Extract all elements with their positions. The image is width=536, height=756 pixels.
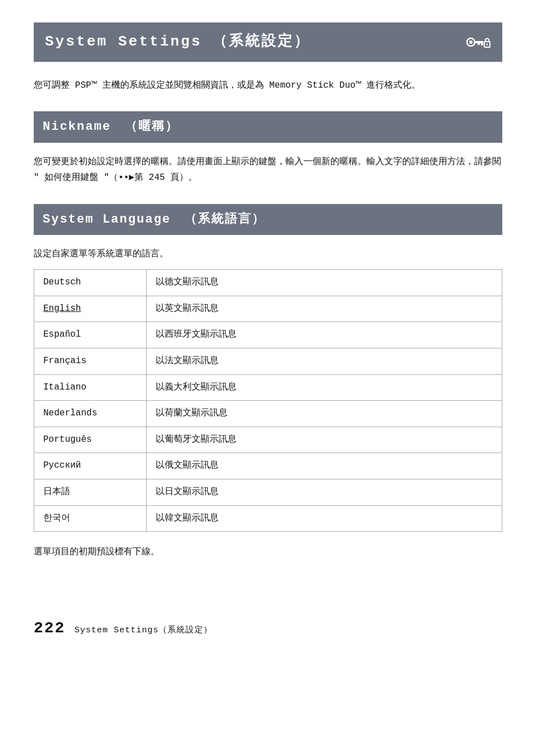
language-description: 以韓文顯示訊息 (147, 505, 502, 532)
language-name: 日本語 (34, 479, 147, 505)
language-section-header: System Language （系統語言） (34, 204, 502, 235)
nickname-section-header: Nickname （暱稱） (34, 111, 502, 142)
language-table-row: Русский以俄文顯示訊息 (34, 453, 502, 479)
language-subtitle: 設定自家選單等系統選單的語言。 (34, 246, 502, 262)
language-description: 以英文顯示訊息 (147, 296, 502, 322)
svg-rect-2 (474, 41, 483, 43)
page-title: System Settings （系統設定） (45, 30, 310, 54)
language-description: 以西班牙文顯示訊息 (147, 322, 502, 348)
language-description: 以法文顯示訊息 (147, 348, 502, 374)
language-description: 以俄文顯示訊息 (147, 453, 502, 479)
language-table-row: Português以葡萄牙文顯示訊息 (34, 427, 502, 453)
language-table-row: Français以法文顯示訊息 (34, 348, 502, 374)
svg-point-1 (469, 40, 473, 44)
header-icon-area (466, 34, 491, 51)
language-description: 以荷蘭文顯示訊息 (147, 401, 502, 427)
language-name: English (34, 296, 147, 322)
language-description: 以日文顯示訊息 (147, 479, 502, 505)
language-title: System Language （系統語言） (43, 212, 265, 227)
language-name: Français (34, 348, 147, 374)
language-name: Русский (34, 453, 147, 479)
language-table-row: English以英文顯示訊息 (34, 296, 502, 322)
nickname-section-text: 您可變更於初始設定時選擇的暱稱。請使用畫面上顯示的鍵盤，輸入一個新的暱稱。輸入文… (34, 154, 502, 187)
page-footer: 222 System Settings（系統設定） (34, 594, 502, 641)
svg-rect-4 (478, 43, 480, 45)
language-table: Deutsch以德文顯示訊息English以英文顯示訊息Español以西班牙文… (34, 269, 502, 532)
language-table-row: Español以西班牙文顯示訊息 (34, 322, 502, 348)
page-footer-label: System Settings（系統設定） (74, 624, 212, 637)
language-table-row: 日本語以日文顯示訊息 (34, 479, 502, 505)
language-table-row: Italiano以義大利文顯示訊息 (34, 374, 502, 401)
language-name: 한국어 (34, 505, 147, 532)
svg-rect-3 (481, 43, 483, 46)
intro-text: 您可調整 PSP™ 主機的系統設定並閱覽相關資訊，或是為 Memory Stic… (34, 78, 502, 94)
language-description: 以葡萄牙文顯示訊息 (147, 427, 502, 453)
language-description: 以義大利文顯示訊息 (147, 374, 502, 401)
key-lock-icon (466, 34, 491, 51)
language-description: 以德文顯示訊息 (147, 270, 502, 296)
footer-note: 選單項目的初期預設標有下線。 (34, 545, 502, 560)
language-table-row: Deutsch以德文顯示訊息 (34, 270, 502, 296)
language-name: Deutsch (34, 270, 147, 296)
nickname-title: Nickname （暱稱） (43, 120, 179, 134)
language-name: Português (34, 427, 147, 453)
language-name: Español (34, 322, 147, 348)
page-header: System Settings （系統設定） (34, 22, 502, 62)
language-table-row: Nederlands以荷蘭文顯示訊息 (34, 401, 502, 427)
language-name: Italiano (34, 374, 147, 401)
language-name: Nederlands (34, 401, 147, 427)
language-table-row: 한국어以韓文顯示訊息 (34, 505, 502, 532)
page-number: 222 (34, 616, 65, 641)
svg-point-6 (487, 43, 488, 45)
